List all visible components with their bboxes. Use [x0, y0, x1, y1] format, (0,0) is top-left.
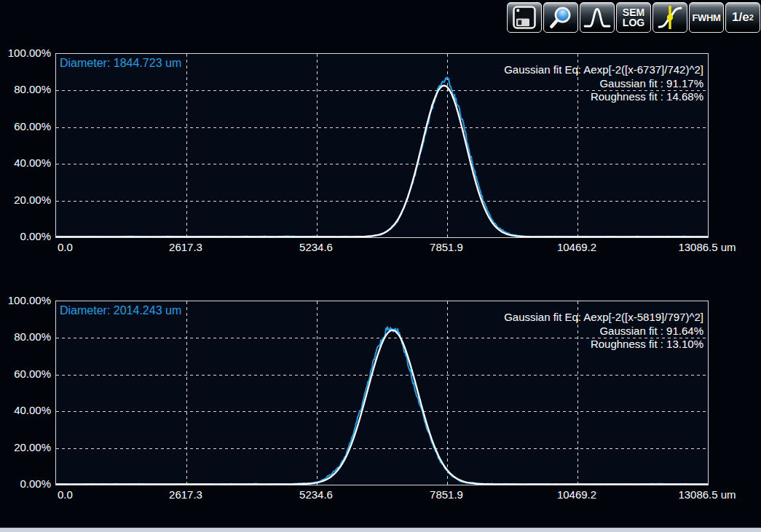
x-tick-label: 13086.5 um [678, 488, 736, 501]
x-tick-label: 13086.5 um [678, 241, 736, 253]
gaussian-curve-icon [583, 5, 611, 30]
y-tick-label: 60.00% [0, 120, 51, 133]
gaussian-fit-percent: Gaussian fit : 91.64% [504, 325, 703, 338]
y-tick-label: 100.00% [0, 294, 51, 307]
y-tick-label: 20.00% [0, 194, 51, 207]
x-tick-label: 0.0 [58, 488, 73, 501]
roughness-fit-percent: Roughness fit : 13.10% [504, 338, 703, 352]
x-tick-label: 2617.3 [169, 241, 202, 253]
x-tick-label: 10469.2 [557, 241, 596, 253]
one-over-e-label: 1/e [732, 10, 749, 25]
zoom-button[interactable] [543, 2, 578, 33]
x-tick-label: 7851.9 [430, 241, 463, 253]
sem-log-button[interactable]: SEM LOG [616, 2, 651, 33]
x-axis: 0.0 2617.3 5234.6 7851.9 10469.2 13086.5… [55, 488, 707, 501]
y-axis: 100.00% 80.00% 60.00% 40.00% 20.00% 0.00… [0, 301, 51, 484]
plot-area: Diameter: 2014.243 um Gaussian fit Eq: A… [55, 301, 709, 485]
save-button[interactable] [507, 2, 542, 33]
floppy-disk-icon [512, 5, 537, 30]
y-tick-label: 40.00% [0, 156, 51, 170]
y-tick-label: 60.00% [0, 368, 51, 381]
x-axis: 0.0 2617.3 5234.6 7851.9 10469.2 13086.5… [55, 241, 707, 254]
x-tick-label: 0.0 [58, 241, 73, 253]
x-tick-label: 5234.6 [299, 488, 333, 501]
gaussian-fit-curve [56, 330, 707, 485]
one-over-e-exponent: 2 [749, 13, 754, 22]
y-axis: 100.00% 80.00% 60.00% 40.00% 20.00% 0.00… [0, 53, 51, 237]
knife-edge-button[interactable] [652, 2, 687, 33]
fit-info: Gaussian fit Eq: Aexp[-2([x-6737]/742)^2… [504, 63, 703, 104]
y-tick-label: 0.00% [0, 477, 51, 491]
beam-profile-chart-2: 100.00% 80.00% 60.00% 40.00% 20.00% 0.00… [0, 301, 761, 516]
one-over-e-squared-button[interactable]: 1/e2 [725, 2, 760, 33]
y-tick-label: 80.00% [0, 83, 51, 96]
plot-area: Diameter: 1844.723 um Gaussian fit Eq: A… [55, 53, 709, 238]
beam-profiler-window: SEM LOG FWHM 1/e2 100.00% 80.00% 60.00% … [0, 0, 761, 532]
y-tick-label: 100.00% [0, 47, 51, 60]
gaussian-fit-button[interactable] [580, 2, 615, 33]
fwhm-label: FWHM [693, 12, 721, 23]
fit-equation: Gaussian fit Eq: Aexp[-2([x-5819]/797)^2… [504, 311, 703, 325]
magnifier-icon [548, 5, 573, 30]
fit-info: Gaussian fit Eq: Aexp[-2([x-5819]/797)^2… [504, 311, 703, 352]
y-tick-label: 40.00% [0, 404, 51, 417]
window-bottom-edge [0, 528, 761, 532]
x-tick-label: 10469.2 [557, 488, 596, 501]
diameter-readout: Diameter: 2014.243 um [60, 304, 181, 317]
roughness-fit-percent: Roughness fit : 14.68% [504, 90, 703, 104]
fit-equation: Gaussian fit Eq: Aexp[-2([x-6737]/742)^2… [504, 63, 703, 77]
x-tick-label: 2617.3 [169, 488, 202, 501]
sem-log-label: SEM LOG [623, 7, 644, 28]
diameter-readout: Diameter: 1844.723 um [60, 57, 181, 70]
x-tick-label: 5234.6 [299, 241, 333, 253]
toolbar: SEM LOG FWHM 1/e2 [507, 2, 760, 33]
gaussian-fit-curve [56, 86, 707, 237]
beam-profile-chart-1: 100.00% 80.00% 60.00% 40.00% 20.00% 0.00… [0, 53, 761, 269]
x-tick-label: 7851.9 [430, 488, 463, 501]
fwhm-button[interactable]: FWHM [689, 2, 724, 33]
y-tick-label: 20.00% [0, 441, 51, 454]
y-tick-label: 80.00% [0, 330, 51, 344]
y-tick-label: 0.00% [0, 230, 51, 243]
gaussian-fit-percent: Gaussian fit : 91.17% [504, 77, 703, 91]
knife-edge-icon [657, 4, 683, 31]
